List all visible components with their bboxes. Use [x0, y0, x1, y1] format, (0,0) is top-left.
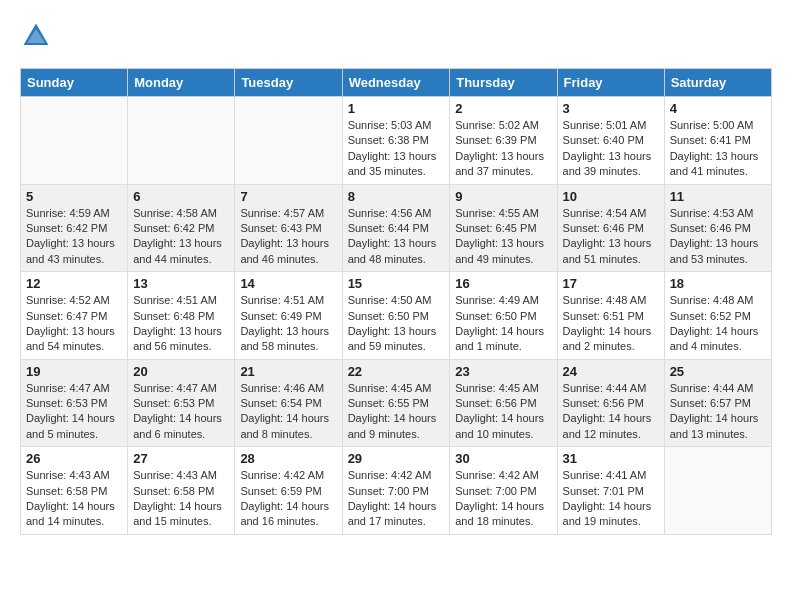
day-number: 2	[455, 101, 551, 116]
day-number: 12	[26, 276, 122, 291]
day-number: 19	[26, 364, 122, 379]
day-cell-30: 30Sunrise: 4:42 AM Sunset: 7:00 PM Dayli…	[450, 447, 557, 535]
day-number: 26	[26, 451, 122, 466]
day-cell-19: 19Sunrise: 4:47 AM Sunset: 6:53 PM Dayli…	[21, 359, 128, 447]
day-info: Sunrise: 4:55 AM Sunset: 6:45 PM Dayligh…	[455, 206, 551, 268]
day-cell-9: 9Sunrise: 4:55 AM Sunset: 6:45 PM Daylig…	[450, 184, 557, 272]
day-cell-17: 17Sunrise: 4:48 AM Sunset: 6:51 PM Dayli…	[557, 272, 664, 360]
day-header-saturday: Saturday	[664, 69, 771, 97]
week-row-1: 1Sunrise: 5:03 AM Sunset: 6:38 PM Daylig…	[21, 97, 772, 185]
day-number: 20	[133, 364, 229, 379]
day-number: 21	[240, 364, 336, 379]
day-cell-4: 4Sunrise: 5:00 AM Sunset: 6:41 PM Daylig…	[664, 97, 771, 185]
day-info: Sunrise: 4:46 AM Sunset: 6:54 PM Dayligh…	[240, 381, 336, 443]
day-number: 8	[348, 189, 445, 204]
day-info: Sunrise: 4:42 AM Sunset: 6:59 PM Dayligh…	[240, 468, 336, 530]
day-number: 17	[563, 276, 659, 291]
day-info: Sunrise: 4:42 AM Sunset: 7:00 PM Dayligh…	[455, 468, 551, 530]
day-number: 30	[455, 451, 551, 466]
day-number: 25	[670, 364, 766, 379]
day-cell-29: 29Sunrise: 4:42 AM Sunset: 7:00 PM Dayli…	[342, 447, 450, 535]
day-info: Sunrise: 4:45 AM Sunset: 6:56 PM Dayligh…	[455, 381, 551, 443]
day-cell-7: 7Sunrise: 4:57 AM Sunset: 6:43 PM Daylig…	[235, 184, 342, 272]
day-number: 22	[348, 364, 445, 379]
day-cell-27: 27Sunrise: 4:43 AM Sunset: 6:58 PM Dayli…	[128, 447, 235, 535]
day-cell-21: 21Sunrise: 4:46 AM Sunset: 6:54 PM Dayli…	[235, 359, 342, 447]
day-cell-23: 23Sunrise: 4:45 AM Sunset: 6:56 PM Dayli…	[450, 359, 557, 447]
day-number: 4	[670, 101, 766, 116]
day-info: Sunrise: 4:53 AM Sunset: 6:46 PM Dayligh…	[670, 206, 766, 268]
day-info: Sunrise: 4:49 AM Sunset: 6:50 PM Dayligh…	[455, 293, 551, 355]
day-number: 31	[563, 451, 659, 466]
day-cell-20: 20Sunrise: 4:47 AM Sunset: 6:53 PM Dayli…	[128, 359, 235, 447]
day-cell-28: 28Sunrise: 4:42 AM Sunset: 6:59 PM Dayli…	[235, 447, 342, 535]
day-number: 6	[133, 189, 229, 204]
empty-cell	[21, 97, 128, 185]
week-row-3: 12Sunrise: 4:52 AM Sunset: 6:47 PM Dayli…	[21, 272, 772, 360]
day-number: 3	[563, 101, 659, 116]
day-cell-31: 31Sunrise: 4:41 AM Sunset: 7:01 PM Dayli…	[557, 447, 664, 535]
days-header-row: SundayMondayTuesdayWednesdayThursdayFrid…	[21, 69, 772, 97]
day-info: Sunrise: 4:57 AM Sunset: 6:43 PM Dayligh…	[240, 206, 336, 268]
week-row-5: 26Sunrise: 4:43 AM Sunset: 6:58 PM Dayli…	[21, 447, 772, 535]
day-info: Sunrise: 4:47 AM Sunset: 6:53 PM Dayligh…	[133, 381, 229, 443]
day-info: Sunrise: 4:56 AM Sunset: 6:44 PM Dayligh…	[348, 206, 445, 268]
day-header-wednesday: Wednesday	[342, 69, 450, 97]
day-info: Sunrise: 5:00 AM Sunset: 6:41 PM Dayligh…	[670, 118, 766, 180]
day-number: 11	[670, 189, 766, 204]
day-number: 15	[348, 276, 445, 291]
day-info: Sunrise: 4:41 AM Sunset: 7:01 PM Dayligh…	[563, 468, 659, 530]
logo-icon	[20, 20, 52, 52]
day-info: Sunrise: 4:48 AM Sunset: 6:52 PM Dayligh…	[670, 293, 766, 355]
day-cell-2: 2Sunrise: 5:02 AM Sunset: 6:39 PM Daylig…	[450, 97, 557, 185]
day-cell-22: 22Sunrise: 4:45 AM Sunset: 6:55 PM Dayli…	[342, 359, 450, 447]
day-info: Sunrise: 4:59 AM Sunset: 6:42 PM Dayligh…	[26, 206, 122, 268]
day-header-sunday: Sunday	[21, 69, 128, 97]
day-cell-26: 26Sunrise: 4:43 AM Sunset: 6:58 PM Dayli…	[21, 447, 128, 535]
day-info: Sunrise: 4:44 AM Sunset: 6:56 PM Dayligh…	[563, 381, 659, 443]
day-number: 7	[240, 189, 336, 204]
day-info: Sunrise: 4:54 AM Sunset: 6:46 PM Dayligh…	[563, 206, 659, 268]
day-number: 10	[563, 189, 659, 204]
day-cell-6: 6Sunrise: 4:58 AM Sunset: 6:42 PM Daylig…	[128, 184, 235, 272]
week-row-4: 19Sunrise: 4:47 AM Sunset: 6:53 PM Dayli…	[21, 359, 772, 447]
day-info: Sunrise: 4:52 AM Sunset: 6:47 PM Dayligh…	[26, 293, 122, 355]
day-cell-13: 13Sunrise: 4:51 AM Sunset: 6:48 PM Dayli…	[128, 272, 235, 360]
day-cell-1: 1Sunrise: 5:03 AM Sunset: 6:38 PM Daylig…	[342, 97, 450, 185]
day-cell-12: 12Sunrise: 4:52 AM Sunset: 6:47 PM Dayli…	[21, 272, 128, 360]
day-number: 29	[348, 451, 445, 466]
week-row-2: 5Sunrise: 4:59 AM Sunset: 6:42 PM Daylig…	[21, 184, 772, 272]
empty-cell	[235, 97, 342, 185]
day-info: Sunrise: 4:42 AM Sunset: 7:00 PM Dayligh…	[348, 468, 445, 530]
day-number: 16	[455, 276, 551, 291]
day-info: Sunrise: 4:50 AM Sunset: 6:50 PM Dayligh…	[348, 293, 445, 355]
day-info: Sunrise: 5:01 AM Sunset: 6:40 PM Dayligh…	[563, 118, 659, 180]
day-info: Sunrise: 4:51 AM Sunset: 6:48 PM Dayligh…	[133, 293, 229, 355]
day-number: 13	[133, 276, 229, 291]
logo	[20, 20, 56, 52]
day-cell-14: 14Sunrise: 4:51 AM Sunset: 6:49 PM Dayli…	[235, 272, 342, 360]
day-info: Sunrise: 4:47 AM Sunset: 6:53 PM Dayligh…	[26, 381, 122, 443]
day-cell-10: 10Sunrise: 4:54 AM Sunset: 6:46 PM Dayli…	[557, 184, 664, 272]
day-cell-5: 5Sunrise: 4:59 AM Sunset: 6:42 PM Daylig…	[21, 184, 128, 272]
day-number: 24	[563, 364, 659, 379]
day-number: 27	[133, 451, 229, 466]
page-header	[20, 20, 772, 52]
day-number: 5	[26, 189, 122, 204]
day-cell-11: 11Sunrise: 4:53 AM Sunset: 6:46 PM Dayli…	[664, 184, 771, 272]
day-info: Sunrise: 4:45 AM Sunset: 6:55 PM Dayligh…	[348, 381, 445, 443]
day-number: 14	[240, 276, 336, 291]
day-info: Sunrise: 4:58 AM Sunset: 6:42 PM Dayligh…	[133, 206, 229, 268]
day-header-thursday: Thursday	[450, 69, 557, 97]
day-info: Sunrise: 4:43 AM Sunset: 6:58 PM Dayligh…	[133, 468, 229, 530]
day-cell-18: 18Sunrise: 4:48 AM Sunset: 6:52 PM Dayli…	[664, 272, 771, 360]
day-number: 23	[455, 364, 551, 379]
empty-cell	[664, 447, 771, 535]
day-number: 18	[670, 276, 766, 291]
day-number: 28	[240, 451, 336, 466]
empty-cell	[128, 97, 235, 185]
day-header-tuesday: Tuesday	[235, 69, 342, 97]
day-cell-25: 25Sunrise: 4:44 AM Sunset: 6:57 PM Dayli…	[664, 359, 771, 447]
day-cell-15: 15Sunrise: 4:50 AM Sunset: 6:50 PM Dayli…	[342, 272, 450, 360]
day-info: Sunrise: 4:51 AM Sunset: 6:49 PM Dayligh…	[240, 293, 336, 355]
